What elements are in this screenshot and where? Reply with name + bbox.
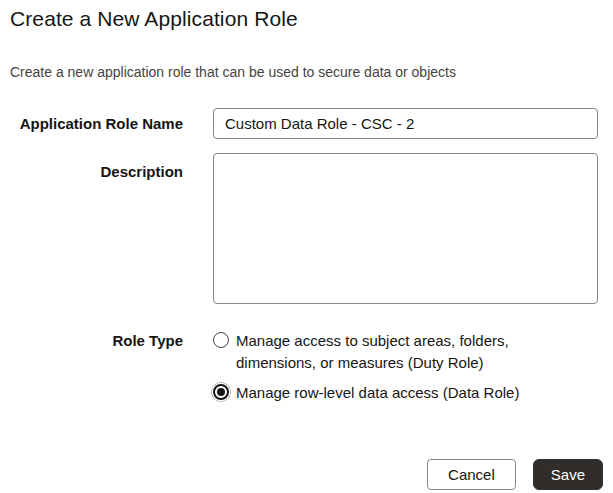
page-title: Create a New Application Role <box>10 5 603 33</box>
save-button[interactable]: Save <box>533 459 603 490</box>
dialog-footer: Cancel Save <box>10 459 603 490</box>
data-role-radio-label[interactable]: Manage row-level data access (Data Role) <box>236 382 519 404</box>
description-textarea[interactable] <box>213 153 598 304</box>
role-type-label: Role Type <box>10 330 183 351</box>
data-role-radio-icon[interactable] <box>213 384 229 400</box>
application-role-name-label: Application Role Name <box>10 114 183 134</box>
description-label: Description <box>10 153 183 182</box>
role-type-radio-group: Manage access to subject areas, folders,… <box>213 330 598 404</box>
create-application-role-dialog: Create a New Application Role Create a n… <box>0 0 613 493</box>
application-role-form: Application Role Name Description Role T… <box>10 108 603 404</box>
duty-role-radio-icon[interactable] <box>213 332 229 348</box>
dialog-subtitle: Create a new application role that can b… <box>10 62 603 82</box>
radio-option-duty-role[interactable]: Manage access to subject areas, folders,… <box>213 330 598 374</box>
duty-role-radio-label[interactable]: Manage access to subject areas, folders,… <box>236 330 554 374</box>
cancel-button[interactable]: Cancel <box>427 459 516 490</box>
application-role-name-input[interactable] <box>213 108 598 139</box>
radio-option-data-role[interactable]: Manage row-level data access (Data Role) <box>213 382 598 404</box>
